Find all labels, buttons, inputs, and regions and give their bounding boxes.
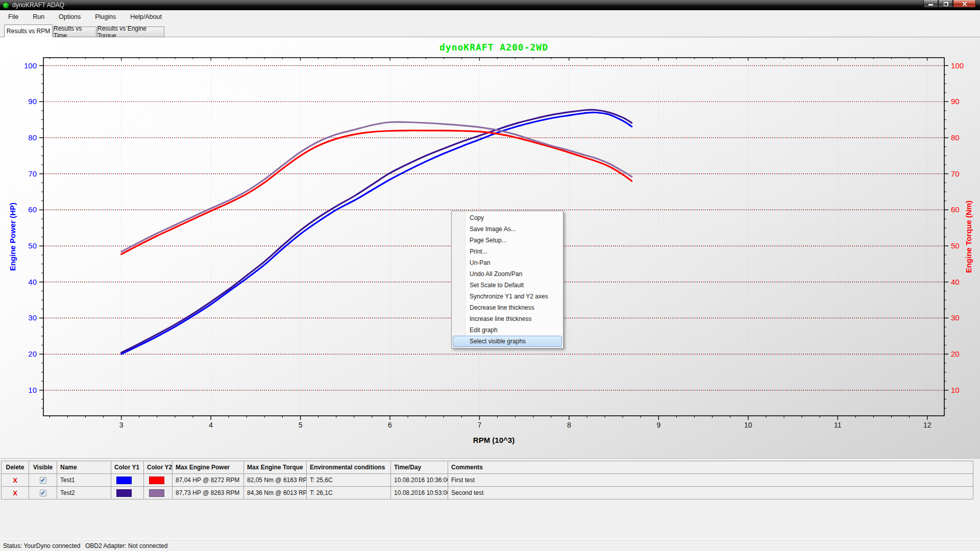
delete-test2-button[interactable]: X [13,489,17,497]
status-yourdyno: Status: YourDyno connected [3,542,80,549]
col-header-env: Environmental conditions [307,461,391,474]
tab-strip: Results vs RPM Results vs Time Results v… [0,23,980,37]
menu-plugins[interactable]: Plugins [91,11,120,22]
app-window: { "window": { "title": "dynoKRAFT ADAQ" … [0,0,980,551]
col-header-time-day: Time/Day [391,461,448,474]
svg-text:10: 10 [951,386,960,394]
svg-text:4: 4 [209,421,213,429]
test1-color-y1-swatch[interactable] [116,477,132,484]
svg-text:40: 40 [28,278,37,286]
test2-env: T: 26,1C [307,487,391,499]
col-header-visible: Visible [29,461,57,474]
table-row-test1: X ✔ Test1 87,04 HP @ 8272 RPM 82,05 Nm @… [2,474,973,487]
svg-text:30: 30 [28,313,37,322]
svg-text:20: 20 [28,349,37,358]
svg-text:5: 5 [299,421,303,429]
minimize-button[interactable] [923,0,938,8]
ctx-copy[interactable]: Copy [453,212,562,223]
col-header-name: Name [57,461,111,474]
svg-text:12: 12 [923,421,932,429]
app-icon [3,2,9,9]
results-table-header: Delete Visible Name Color Y1 Color Y2 Ma… [2,461,973,474]
restore-button[interactable] [938,0,953,8]
tab-results-vs-time[interactable]: Results vs Time [53,27,96,37]
test2-max-power: 87,73 HP @ 8263 RPM [173,487,244,499]
table-row-test2: X ✔ Test2 87,73 HP @ 8263 RPM 84,36 Nm @… [2,487,973,499]
svg-text:7: 7 [478,421,482,429]
test2-color-y1-swatch[interactable] [116,489,132,497]
svg-text:60: 60 [28,205,37,214]
delete-test1-button[interactable]: X [13,477,17,484]
ctx-increase-thickness[interactable]: Increase line thickness [453,313,562,324]
close-icon [962,1,967,7]
svg-text:40: 40 [951,278,960,286]
menu-bar: File Run Options Plugins Help/About [0,10,980,23]
col-header-color-y2: Color Y2 [144,461,173,474]
col-header-delete: Delete [2,461,29,474]
ctx-page-setup[interactable]: Page Setup... [453,235,562,246]
svg-text:100: 100 [951,61,964,70]
ctx-print[interactable]: Print... [453,246,562,257]
visible-test1-checkbox[interactable]: ✔ [40,477,46,484]
svg-text:8: 8 [567,421,571,429]
svg-text:9: 9 [656,421,660,429]
svg-text:60: 60 [951,205,960,214]
visible-test2-checkbox[interactable]: ✔ [40,490,46,496]
ctx-save-image-as[interactable]: Save Image As... [453,223,562,235]
ctx-edit-graph[interactable]: Edit graph [453,324,562,336]
tab-results-vs-engine-torque[interactable]: Results vs Engine Torque [97,27,164,37]
svg-text:70: 70 [951,169,960,178]
results-table: Delete Visible Name Color Y1 Color Y2 Ma… [1,461,973,499]
svg-text:80: 80 [28,133,37,142]
col-header-max-torque: Max Engine Torque [244,461,307,474]
test2-time-day: 10.08.2016 10:53:00 [391,487,448,499]
svg-text:20: 20 [951,349,960,358]
y1-axis-title: Engine Power (HP) [8,203,17,271]
ctx-decrease-thickness[interactable]: Decrease line thickness [453,302,562,313]
col-header-color-y1: Color Y1 [111,461,144,474]
svg-text:80: 80 [951,133,960,142]
menu-help-about[interactable]: Help/About [126,11,166,22]
svg-text:90: 90 [951,97,960,106]
y2-axis-title: Engine Torque (Nm) [964,201,973,273]
window-controls [923,0,976,8]
restore-icon [944,3,948,6]
ctx-un-pan[interactable]: Un-Pan [453,257,562,268]
x-axis-title: RPM (10^3) [473,436,514,444]
test1-env: T: 25,6C [307,474,391,487]
ctx-set-scale-default[interactable]: Set Scale to Default [453,280,562,291]
window-title: dynoKRAFT ADAQ [12,2,64,9]
svg-text:90: 90 [28,97,37,106]
svg-text:100: 100 [24,61,37,70]
test1-color-y2-swatch[interactable] [149,477,164,484]
test1-time-day: 10.08.2016 10:36:00 [391,474,448,487]
minimize-icon [928,4,933,6]
status-bar: Status: YourDyno connected OBD2 Adapter:… [0,540,980,551]
ctx-sync-y1-y2[interactable]: Synchronize Y1 and Y2 axes [453,291,562,302]
close-button[interactable] [953,0,976,8]
chart-title: dynoKRAFT A200-2WD [439,42,548,53]
test2-comments[interactable]: Second test [448,487,973,499]
test2-name: Test2 [57,487,111,499]
svg-text:10: 10 [28,386,37,394]
svg-text:50: 50 [28,241,37,250]
col-header-max-power: Max Engine Power [173,461,244,474]
test1-max-power: 87,04 HP @ 8272 RPM [173,474,244,487]
ctx-select-visible-graphs[interactable]: Select visible graphs [453,336,562,347]
svg-text:3: 3 [119,421,124,429]
status-obd2: OBD2 Adapter: Not connected [85,542,167,549]
svg-text:70: 70 [28,169,37,178]
title-bar: dynoKRAFT ADAQ [0,0,980,10]
test2-max-torque: 84,36 Nm @ 6013 RPM [244,487,307,499]
col-header-comments: Comments [448,461,973,474]
ctx-undo-all-zoom-pan[interactable]: Undo All Zoom/Pan [453,268,562,280]
tab-results-vs-rpm[interactable]: Results vs RPM [4,24,53,37]
menu-run[interactable]: Run [29,11,48,22]
test1-comments[interactable]: First test [448,474,973,487]
svg-text:10: 10 [744,421,752,429]
menu-file[interactable]: File [4,11,22,22]
chart-context-menu: Copy Save Image As... Page Setup... Prin… [451,211,564,348]
menu-options[interactable]: Options [55,11,85,22]
test2-color-y2-swatch[interactable] [149,489,164,497]
svg-text:50: 50 [951,241,960,250]
